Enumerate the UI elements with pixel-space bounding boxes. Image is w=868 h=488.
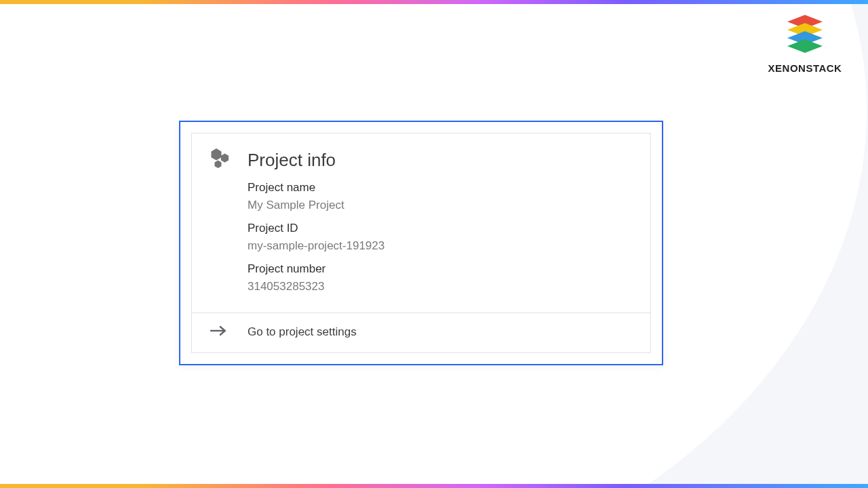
brand-name: XENONSTACK: [761, 62, 849, 74]
svg-marker-3: [787, 39, 823, 53]
svg-marker-4: [212, 148, 222, 161]
go-to-project-settings-button[interactable]: Go to project settings: [191, 312, 651, 353]
project-name-field: Project name My Sample Project: [248, 181, 633, 212]
card-header: Project info: [192, 134, 650, 181]
xenonstack-logo-icon: [781, 15, 829, 58]
project-id-field: Project ID my-sample-project-191923: [248, 222, 633, 253]
svg-marker-6: [215, 161, 222, 169]
project-id-value: my-sample-project-191923: [248, 239, 633, 253]
project-number-label: Project number: [248, 262, 633, 276]
bottom-gradient-bar: [0, 484, 868, 488]
project-info-card-body: Project info Project name My Sample Proj…: [191, 133, 651, 312]
project-info-card: Project info Project name My Sample Proj…: [179, 121, 663, 365]
project-info-icon: [210, 148, 233, 171]
card-fields: Project name My Sample Project Project I…: [192, 181, 650, 312]
arrow-right-icon: [210, 324, 233, 340]
go-to-project-settings-label: Go to project settings: [248, 325, 357, 339]
svg-marker-5: [221, 154, 229, 163]
project-id-label: Project ID: [248, 222, 633, 235]
project-number-value: 314053285323: [248, 280, 633, 293]
project-number-field: Project number 314053285323: [248, 262, 633, 293]
top-gradient-bar: [0, 0, 868, 4]
project-name-value: My Sample Project: [248, 199, 633, 212]
card-title: Project info: [248, 150, 336, 171]
project-name-label: Project name: [248, 181, 633, 195]
brand-logo-block: XENONSTACK: [761, 15, 849, 74]
